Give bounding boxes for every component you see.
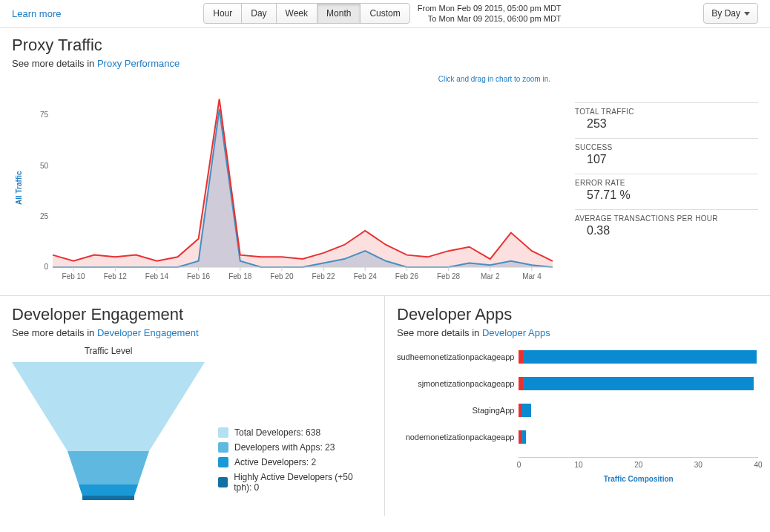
- proxy-traffic-chart[interactable]: 0255075Feb 10Feb 12Feb 14Feb 16Feb 18Feb…: [26, 88, 560, 288]
- segment-custom[interactable]: Custom: [361, 4, 409, 23]
- stat-error-rate: ERROR RATE 57.71 %: [575, 174, 758, 209]
- dev-engagement-title: Developer Engagement: [12, 305, 372, 324]
- stat-value: 57.71 %: [575, 188, 758, 202]
- stat-total-traffic: TOTAL TRAFFIC 253: [575, 102, 758, 138]
- dev-apps-link[interactable]: Developer Apps: [482, 327, 550, 338]
- svg-marker-29: [12, 362, 205, 451]
- app-label: StagingApp: [473, 404, 515, 417]
- stat-label: TOTAL TRAFFIC: [575, 108, 758, 116]
- svg-text:Feb 26: Feb 26: [395, 272, 419, 280]
- svg-text:Feb 20: Feb 20: [270, 272, 294, 280]
- app-label: sudheemonetizationpackageapp: [397, 350, 514, 364]
- funnel-title: Traffic Level: [12, 346, 205, 356]
- svg-text:Mar 4: Mar 4: [522, 272, 542, 280]
- legend-item-with-apps: Developers with Apps: 23: [218, 442, 372, 453]
- stat-label: AVERAGE TRANSACTIONS PER HOUR: [575, 214, 758, 223]
- funnel-chart[interactable]: [12, 362, 205, 507]
- funnel-legend: Total Developers: 638 Developers with Ap…: [218, 346, 372, 497]
- apps-x-axis: 010203040: [519, 457, 758, 473]
- swatch-icon: [218, 427, 228, 438]
- stat-label: SUCCESS: [575, 143, 758, 151]
- aggregation-dropdown[interactable]: By Day: [703, 3, 758, 24]
- svg-text:Feb 16: Feb 16: [187, 272, 211, 280]
- apps-x-label: Traffic Composition: [519, 475, 758, 483]
- developer-apps-section: Developer Apps See more details in Devel…: [385, 296, 770, 516]
- dev-apps-title: Developer Apps: [397, 305, 758, 324]
- segment-week[interactable]: Week: [277, 4, 317, 23]
- sub-prefix: See more details in: [12, 327, 97, 338]
- stat-value: 0.38: [575, 224, 758, 237]
- date-range-from: From Mon Feb 09 2015, 05:00 pm MDT: [418, 3, 562, 13]
- svg-text:Feb 14: Feb 14: [145, 272, 169, 280]
- svg-text:25: 25: [40, 211, 49, 220]
- bottom-row: Developer Engagement See more details in…: [0, 296, 770, 516]
- date-range-to: To Mon Mar 09 2015, 06:00 pm MDT: [418, 13, 562, 24]
- svg-text:Mar 2: Mar 2: [481, 272, 500, 280]
- stat-label: ERROR RATE: [575, 179, 758, 187]
- proxy-stats: TOTAL TRAFFIC 253 SUCCESS 107 ERROR RATE…: [575, 88, 758, 288]
- swatch-icon: [218, 477, 228, 487]
- svg-text:Feb 28: Feb 28: [437, 272, 461, 280]
- svg-marker-30: [68, 451, 149, 485]
- svg-text:Feb 18: Feb 18: [228, 272, 252, 280]
- segment-hour[interactable]: Hour: [204, 4, 242, 23]
- zoom-hint: Click and drag in chart to zoom in.: [12, 75, 758, 83]
- apps-bars: [519, 350, 758, 444]
- date-range-display: From Mon Feb 09 2015, 05:00 pm MDT To Mo…: [418, 3, 562, 24]
- svg-text:Feb 12: Feb 12: [104, 272, 128, 280]
- dev-apps-subtitle: See more details in Developer Apps: [397, 327, 758, 338]
- toolbar-center: Hour Day Week Month Custom From Mon Feb …: [203, 3, 561, 24]
- svg-text:50: 50: [40, 161, 49, 169]
- y-axis-label: All Traffic: [12, 88, 26, 288]
- aggregation-label: By Day: [711, 8, 740, 19]
- proxy-traffic-section: Proxy Traffic See more details in Proxy …: [0, 28, 770, 296]
- apps-bar-chart[interactable]: sudheemonetizationpackageappsjmonetizati…: [397, 350, 758, 483]
- stat-value: 253: [575, 117, 758, 131]
- time-granularity-segments: Hour Day Week Month Custom: [203, 3, 410, 24]
- apps-y-labels: sudheemonetizationpackageappsjmonetizati…: [397, 350, 519, 483]
- stat-value: 107: [575, 153, 758, 166]
- segment-day[interactable]: Day: [242, 4, 276, 23]
- funnel-wrap: Traffic Level: [12, 346, 205, 507]
- bar-row[interactable]: [519, 377, 758, 390]
- swatch-icon: [218, 442, 228, 453]
- svg-text:0: 0: [44, 263, 48, 271]
- legend-item-total: Total Developers: 638: [218, 427, 372, 438]
- legend-label: Developers with Apps: 23: [234, 442, 335, 453]
- app-label: nodemonetizationpackageapp: [406, 430, 515, 444]
- legend-item-highly-active: Highly Active Developers (+50 tph): 0: [218, 472, 372, 493]
- bar-row[interactable]: [519, 350, 758, 364]
- svg-rect-32: [82, 496, 134, 500]
- bar-row[interactable]: [519, 404, 758, 417]
- legend-item-active: Active Developers: 2: [218, 457, 372, 467]
- proxy-performance-link[interactable]: Proxy Performance: [97, 58, 180, 69]
- learn-more-link[interactable]: Learn more: [12, 8, 61, 19]
- segment-month[interactable]: Month: [317, 4, 361, 23]
- svg-text:75: 75: [40, 111, 49, 119]
- legend-label: Total Developers: 638: [234, 427, 320, 438]
- chevron-down-icon: [744, 12, 750, 16]
- proxy-subtitle: See more details in Proxy Performance: [12, 58, 758, 69]
- sub-prefix: See more details in: [397, 327, 482, 338]
- stat-success: SUCCESS 107: [575, 138, 758, 174]
- dev-engagement-link[interactable]: Developer Engagement: [97, 327, 199, 338]
- legend-label: Highly Active Developers (+50 tph): 0: [234, 472, 372, 493]
- top-toolbar: Learn more Hour Day Week Month Custom Fr…: [0, 0, 770, 28]
- developer-engagement-section: Developer Engagement See more details in…: [0, 296, 385, 516]
- proxy-sub-prefix: See more details in: [12, 58, 97, 69]
- swatch-icon: [218, 457, 228, 467]
- proxy-traffic-title: Proxy Traffic: [12, 36, 758, 55]
- svg-text:Feb 10: Feb 10: [62, 272, 86, 280]
- app-label: sjmonetizationpackageapp: [418, 377, 514, 390]
- proxy-chart-container[interactable]: All Traffic 0255075Feb 10Feb 12Feb 14Feb…: [12, 88, 560, 288]
- svg-text:Feb 24: Feb 24: [354, 272, 378, 280]
- bar-row[interactable]: [519, 430, 758, 444]
- svg-marker-31: [79, 485, 138, 496]
- dev-engagement-subtitle: See more details in Developer Engagement: [12, 327, 372, 338]
- legend-label: Active Developers: 2: [234, 457, 316, 467]
- stat-avg-tph: AVERAGE TRANSACTIONS PER HOUR 0.38: [575, 209, 758, 245]
- svg-text:Feb 22: Feb 22: [312, 272, 336, 280]
